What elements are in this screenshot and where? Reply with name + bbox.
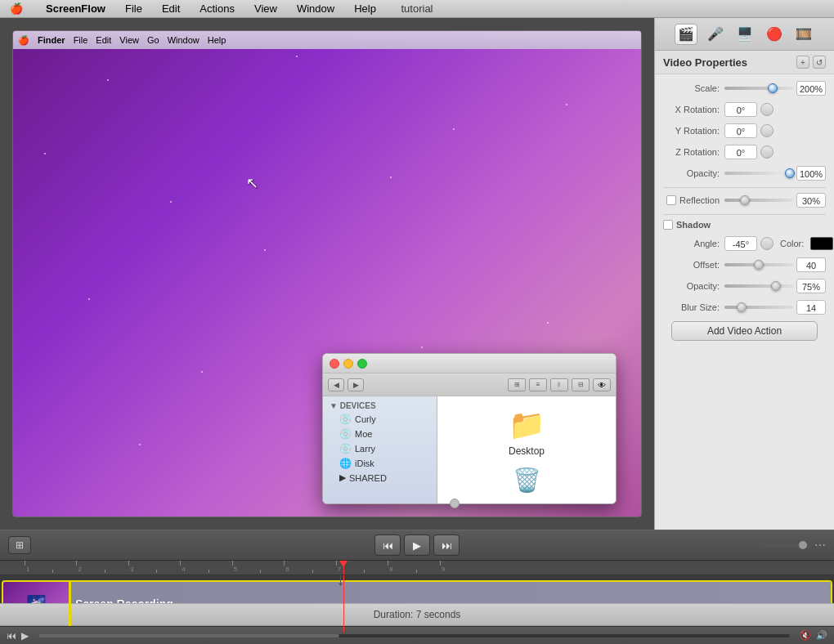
fast-forward-button[interactable]: ⏭ bbox=[433, 534, 460, 556]
playhead-arrow bbox=[339, 561, 348, 567]
angle-input[interactable]: -45° bbox=[724, 236, 757, 251]
scale-row: Scale: 200% bbox=[663, 81, 826, 96]
screen-props-tab[interactable]: 🖥️ bbox=[733, 24, 756, 45]
icon-view-button[interactable]: ⊞ bbox=[508, 378, 526, 391]
clip-props-tab[interactable]: 🎞️ bbox=[792, 24, 815, 45]
x-rotation-input[interactable]: 0° bbox=[724, 102, 757, 117]
zoom-controls: ⋯ bbox=[762, 539, 826, 552]
maximize-button[interactable] bbox=[357, 359, 367, 369]
opacity-slider[interactable] bbox=[724, 172, 793, 175]
menu-window[interactable]: Window bbox=[294, 2, 338, 15]
volume-button[interactable]: 🔊 bbox=[816, 630, 827, 641]
add-video-action-button[interactable]: Add Video Action bbox=[671, 321, 818, 341]
apple-menu[interactable]: 🍎 bbox=[7, 2, 26, 15]
eye-button[interactable]: 👁 bbox=[593, 378, 611, 391]
x-rotation-label: X Rotation: bbox=[663, 105, 724, 114]
props-header-buttons: + ↺ bbox=[796, 56, 826, 69]
sidebar-item-moe[interactable]: 💿 Moe bbox=[323, 427, 437, 441]
minimize-button[interactable] bbox=[343, 359, 353, 369]
angle-dial[interactable] bbox=[760, 237, 773, 250]
ruler-mark-8: 8 bbox=[388, 561, 392, 573]
sidebar-item-idisk[interactable]: 🌐 iDisk bbox=[323, 456, 437, 471]
status-bar: Duration: 7 seconds bbox=[0, 603, 834, 626]
menu-screenflow[interactable]: ScreenFlow bbox=[43, 2, 109, 15]
bottom-bar: ⏮ ▶ 🔇 🔊 bbox=[0, 626, 834, 644]
sidebar-item-shared[interactable]: ▶ SHARED bbox=[323, 471, 437, 485]
reflection-checkbox[interactable] bbox=[666, 195, 676, 205]
blur-slider[interactable] bbox=[724, 306, 793, 309]
menu-help[interactable]: Help bbox=[351, 2, 379, 15]
resize-handle[interactable] bbox=[450, 499, 460, 508]
reflection-slider[interactable] bbox=[724, 199, 793, 202]
forward-button[interactable]: ▶ bbox=[348, 378, 364, 391]
props-body: Scale: 200% X Rotation: 0° bbox=[655, 74, 834, 530]
cover-flow-button[interactable]: ⊟ bbox=[572, 378, 590, 391]
sidebar-item-larry[interactable]: 💿 Larry bbox=[323, 441, 437, 456]
opacity-label: Opacity: bbox=[663, 168, 724, 178]
zoom-slider[interactable] bbox=[762, 543, 811, 547]
play-bottom-button[interactable]: ▶ bbox=[21, 630, 29, 642]
opacity-value: 100% bbox=[796, 166, 826, 181]
props-remove-button[interactable]: ↺ bbox=[813, 56, 826, 69]
blur-value: 14 bbox=[796, 300, 826, 315]
scale-slider[interactable] bbox=[724, 87, 793, 90]
scale-value: 200% bbox=[796, 81, 826, 96]
shadow-checkbox[interactable] bbox=[663, 220, 673, 230]
reflection-slider-wrap: 30% bbox=[724, 193, 826, 208]
y-rotation-dial[interactable] bbox=[760, 124, 773, 137]
drive-icon-moe: 💿 bbox=[339, 428, 352, 440]
blur-row: Blur Size: 14 bbox=[663, 300, 826, 315]
devices-header: ▼ DEVICES bbox=[323, 400, 437, 412]
close-button[interactable] bbox=[330, 359, 339, 369]
back-to-start-button[interactable]: ⏮ bbox=[7, 630, 16, 642]
y-rotation-row: Y Rotation: 0° bbox=[663, 123, 826, 138]
x-rotation-dial[interactable] bbox=[760, 103, 773, 116]
angle-row: Angle: -45° Color: bbox=[663, 236, 826, 251]
track-yellow-divider bbox=[69, 582, 71, 626]
menu-file[interactable]: File bbox=[122, 2, 146, 15]
ruler-marks: 1 2 3 4 5 6 7 8 9 bbox=[0, 561, 834, 575]
ruler-mark-75 bbox=[364, 570, 365, 573]
video-props-tab[interactable]: 🎬 bbox=[675, 24, 697, 45]
ruler-mark-1: 1 bbox=[25, 561, 29, 573]
add-track-button[interactable]: ⊞ bbox=[8, 536, 31, 554]
shadow-opacity-slider[interactable] bbox=[724, 284, 793, 288]
shadow-color-swatch[interactable] bbox=[810, 237, 833, 250]
ruler-mark-85 bbox=[416, 570, 417, 573]
x-rotation-wrap: 0° bbox=[724, 102, 826, 117]
z-rotation-dial[interactable] bbox=[760, 145, 773, 159]
window-title: tutorial bbox=[401, 2, 433, 15]
column-view-button[interactable]: ⫴ bbox=[550, 378, 568, 391]
list-view-button[interactable]: ≡ bbox=[529, 378, 547, 391]
props-add-button[interactable]: + bbox=[796, 56, 809, 69]
scale-label: Scale: bbox=[663, 83, 724, 93]
z-rotation-label: Z Rotation: bbox=[663, 147, 724, 157]
audio-props-tab[interactable]: 🎤 bbox=[704, 24, 727, 45]
content-wrapper: 🍎 Finder File Edit View Go Window Help ↖ bbox=[0, 18, 834, 644]
shadow-label: Shadow bbox=[676, 220, 711, 230]
z-rotation-input[interactable]: 0° bbox=[724, 145, 757, 159]
finder-apple: 🍎 bbox=[18, 35, 29, 46]
desktop-folder-icon[interactable]: 📁 bbox=[509, 408, 545, 442]
offset-slider[interactable] bbox=[724, 263, 793, 266]
props-header: Video Properties + ↺ bbox=[655, 51, 834, 74]
record-props-tab[interactable]: 🔴 bbox=[763, 24, 786, 45]
trash-folder-icon[interactable]: 🗑️ bbox=[513, 467, 541, 494]
props-panel: 🎬 🎤 🖥️ 🔴 🎞️ Video Properties + ↺ bbox=[654, 18, 834, 530]
zoom-icon: ⋯ bbox=[814, 539, 826, 552]
menu-view[interactable]: View bbox=[251, 2, 280, 15]
y-rotation-input[interactable]: 0° bbox=[724, 123, 757, 138]
rewind-button[interactable]: ⏮ bbox=[374, 534, 401, 556]
x-rotation-row: X Rotation: 0° bbox=[663, 102, 826, 117]
back-button[interactable]: ◀ bbox=[328, 378, 344, 391]
desktop-folder-label: Desktop bbox=[509, 445, 545, 457]
ruler-mark-25 bbox=[105, 570, 105, 573]
scrubber[interactable] bbox=[38, 634, 790, 637]
sidebar-item-curly[interactable]: 💿 Curly bbox=[323, 412, 437, 427]
play-button[interactable]: ▶ bbox=[404, 534, 430, 556]
mute-button[interactable]: 🔇 bbox=[800, 630, 811, 641]
menu-actions[interactable]: Actions bbox=[196, 2, 238, 15]
zoom-thumb bbox=[799, 541, 807, 549]
finder-main: 📁 Desktop 🗑️ bbox=[437, 396, 616, 504]
menu-edit[interactable]: Edit bbox=[159, 2, 183, 15]
